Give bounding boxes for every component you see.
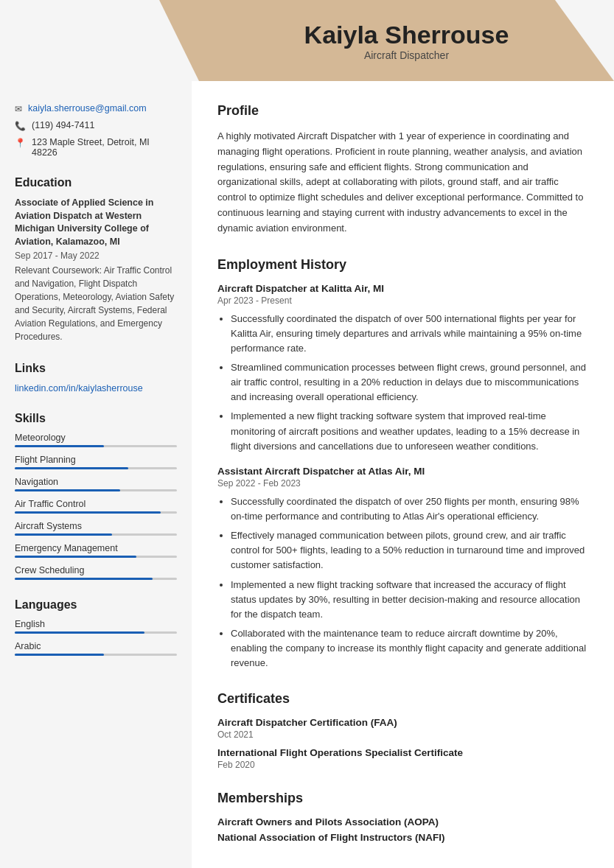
skill-bar-fill	[15, 556, 136, 558]
skill-label: Aircraft Systems	[15, 521, 177, 531]
candidate-name: Kaiyla Sherrouse	[304, 21, 509, 49]
language-label: Arabic	[15, 641, 177, 651]
job-entry: Assistant Aircraft Dispatcher at Atlas A…	[217, 466, 588, 671]
skill-item: Meteorology	[15, 433, 177, 447]
skill-bar-fill	[15, 445, 104, 447]
skill-bar-fill	[15, 467, 128, 469]
job-bullet: Successfully coordinated the dispatch of…	[231, 494, 588, 524]
cert-entry: International Flight Operations Speciali…	[217, 747, 588, 770]
cert-date: Oct 2021	[217, 729, 588, 740]
languages-title: Languages	[15, 598, 177, 612]
contact-address: 📍 123 Maple Street, Detroit, MI 48226	[15, 137, 177, 158]
certificates-title: Certificates	[217, 691, 588, 710]
job-bullet: Streamlined communication processes betw…	[231, 360, 588, 405]
links-title: Links	[15, 362, 177, 375]
memberships-section: Memberships Aircraft Owners and Pilots A…	[217, 791, 588, 843]
job-bullet: Implemented a new flight tracking softwa…	[231, 409, 588, 453]
contact-section: ✉ kaiyla.sherrouse@gmail.com 📞 (119) 494…	[15, 103, 177, 158]
skill-bar-bg	[15, 489, 177, 491]
skill-bar-bg	[15, 511, 177, 514]
contact-email: ✉ kaiyla.sherrouse@gmail.com	[15, 103, 177, 114]
skills-list: Meteorology Flight Planning Navigation A…	[15, 433, 177, 580]
skill-bar-fill	[15, 511, 161, 514]
skill-label: Navigation	[15, 477, 177, 487]
header: Kaiyla Sherrouse Aircraft Dispatcher	[0, 0, 614, 81]
skill-bar-bg	[15, 556, 177, 558]
education-section: Education Associate of Applied Science i…	[15, 176, 177, 343]
job-bullet: Implemented a new flight tracking softwa…	[231, 578, 588, 622]
resume-container: Kaiyla Sherrouse Aircraft Dispatcher ✉ k…	[0, 0, 614, 868]
skill-bar-fill	[15, 533, 112, 536]
certificates-section: Certificates Aircraft Dispatcher Certifi…	[217, 691, 588, 770]
job-bullet: Collaborated with the maintenance team t…	[231, 626, 588, 671]
contact-phone: 📞 (119) 494-7411	[15, 120, 177, 131]
header-deco	[555, 0, 614, 81]
cert-title: International Flight Operations Speciali…	[217, 747, 588, 758]
edu-coursework: Relevant Coursework: Air Traffic Control…	[15, 264, 177, 343]
skill-item: Emergency Management	[15, 543, 177, 558]
skill-item: Air Traffic Control	[15, 499, 177, 514]
skill-item: Navigation	[15, 477, 177, 491]
job-bullet: Effectively managed communication betwee…	[231, 528, 588, 573]
linkedin-link[interactable]: linkedin.com/in/kaiylasherrouse	[15, 383, 143, 393]
skill-item: Flight Planning	[15, 455, 177, 469]
main-content: Profile A highly motivated Aircraft Disp…	[192, 81, 614, 868]
language-bar-fill	[15, 654, 104, 656]
memberships-list: Aircraft Owners and Pilots Association (…	[217, 816, 588, 843]
membership-title: Aircraft Owners and Pilots Association (…	[217, 816, 588, 827]
candidate-title: Aircraft Dispatcher	[364, 49, 449, 61]
job-title: Assistant Aircraft Dispatcher at Atlas A…	[217, 466, 588, 477]
body-layout: ✉ kaiyla.sherrouse@gmail.com 📞 (119) 494…	[0, 81, 614, 868]
education-title: Education	[15, 176, 177, 189]
language-label: English	[15, 619, 177, 629]
skill-bar-bg	[15, 533, 177, 536]
language-item: English	[15, 619, 177, 634]
skill-item: Aircraft Systems	[15, 521, 177, 536]
job-title: Aircraft Dispatcher at Kalitta Air, MI	[217, 283, 588, 294]
job-entry: Aircraft Dispatcher at Kalitta Air, MI A…	[217, 283, 588, 454]
cert-title: Aircraft Dispatcher Certification (FAA)	[217, 717, 588, 728]
links-section: Links linkedin.com/in/kaiylasherrouse	[15, 362, 177, 393]
language-bar-bg	[15, 631, 177, 634]
skill-bar-bg	[15, 578, 177, 580]
skills-section: Skills Meteorology Flight Planning Navig…	[15, 412, 177, 580]
phone-number: (119) 494-7411	[32, 120, 94, 130]
email-link[interactable]: kaiyla.sherrouse@gmail.com	[28, 103, 147, 113]
membership-title: National Association of Flight Instructo…	[217, 832, 588, 843]
skill-label: Air Traffic Control	[15, 499, 177, 509]
skill-bar-bg	[15, 467, 177, 469]
skill-label: Crew Scheduling	[15, 565, 177, 575]
job-bullet: Successfully coordinated the dispatch of…	[231, 312, 588, 356]
skill-label: Emergency Management	[15, 543, 177, 553]
profile-section: Profile A highly motivated Aircraft Disp…	[217, 103, 588, 237]
edu-date: Sep 2017 - May 2022	[15, 251, 177, 261]
language-item: Arabic	[15, 641, 177, 656]
profile-title: Profile	[217, 103, 588, 122]
skill-label: Flight Planning	[15, 455, 177, 465]
language-bar-fill	[15, 631, 144, 634]
sidebar: ✉ kaiyla.sherrouse@gmail.com 📞 (119) 494…	[0, 81, 192, 868]
skill-item: Crew Scheduling	[15, 565, 177, 580]
job-date: Apr 2023 - Present	[217, 295, 588, 306]
membership-entry: Aircraft Owners and Pilots Association (…	[217, 816, 588, 827]
memberships-title: Memberships	[217, 791, 588, 809]
location-icon: 📍	[15, 138, 26, 148]
language-bar-bg	[15, 654, 177, 656]
profile-text: A highly motivated Aircraft Dispatcher w…	[217, 129, 588, 237]
skill-bar-fill	[15, 489, 120, 491]
cert-date: Feb 2020	[217, 760, 588, 770]
job-bullets: Successfully coordinated the dispatch of…	[217, 312, 588, 454]
employment-section: Employment History Aircraft Dispatcher a…	[217, 257, 588, 671]
job-date: Sep 2022 - Feb 2023	[217, 478, 588, 489]
phone-icon: 📞	[15, 121, 26, 131]
jobs-list: Aircraft Dispatcher at Kalitta Air, MI A…	[217, 283, 588, 671]
skill-bar-bg	[15, 445, 177, 447]
skill-bar-fill	[15, 578, 153, 580]
email-icon: ✉	[15, 104, 22, 114]
address-text: 123 Maple Street, Detroit, MI 48226	[32, 137, 177, 158]
edu-degree: Associate of Applied Science in Aviation…	[15, 197, 177, 248]
languages-list: English Arabic	[15, 619, 177, 656]
job-bullets: Successfully coordinated the dispatch of…	[217, 494, 588, 671]
employment-title: Employment History	[217, 257, 588, 276]
cert-entry: Aircraft Dispatcher Certification (FAA) …	[217, 717, 588, 740]
